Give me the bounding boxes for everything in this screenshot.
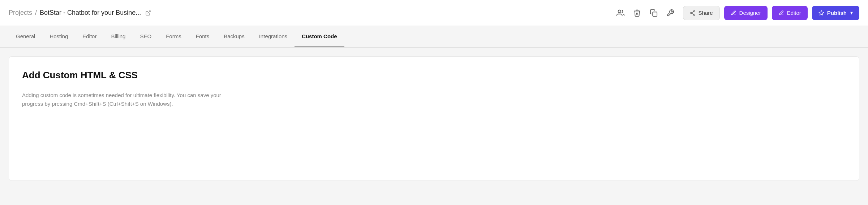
tab-seo[interactable]: SEO	[133, 26, 159, 47]
svg-point-4	[691, 12, 692, 14]
external-link-icon[interactable]	[145, 10, 151, 16]
tab-billing[interactable]: Billing	[104, 26, 133, 47]
share-button[interactable]: Share	[683, 6, 720, 20]
card-title: Add Custom HTML & CSS	[22, 70, 846, 81]
share-label: Share	[699, 10, 713, 16]
designer-button[interactable]: Designer	[724, 6, 768, 20]
duplicate-icon[interactable]	[648, 8, 659, 18]
tab-custom-code[interactable]: Custom Code	[295, 26, 344, 47]
settings-icon[interactable]	[665, 8, 676, 18]
designer-label: Designer	[739, 10, 761, 16]
header-action-icons	[615, 8, 676, 18]
svg-line-6	[692, 13, 693, 14]
publish-caret-icon: ▾	[850, 10, 853, 16]
tab-general[interactable]: General	[9, 26, 42, 47]
card-description: Adding custom code is sometimes needed f…	[22, 91, 239, 108]
tab-backups[interactable]: Backups	[216, 26, 252, 47]
tab-forms[interactable]: Forms	[159, 26, 189, 47]
breadcrumb-separator: /	[35, 9, 37, 17]
breadcrumb-projects[interactable]: Projects	[9, 9, 32, 17]
main-content: Add Custom HTML & CSS Adding custom code…	[0, 48, 868, 204]
tab-hosting[interactable]: Hosting	[42, 26, 75, 47]
svg-marker-8	[819, 10, 824, 15]
svg-line-7	[692, 12, 693, 13]
svg-rect-2	[653, 12, 657, 16]
top-header: Projects / BotStar - Chatbot for your Bu…	[0, 0, 868, 26]
custom-code-card: Add Custom HTML & CSS Adding custom code…	[9, 56, 859, 181]
publish-label: Publish	[827, 10, 847, 16]
svg-point-1	[618, 10, 620, 12]
delete-icon[interactable]	[632, 8, 643, 18]
svg-line-0	[148, 11, 150, 13]
breadcrumb: Projects / BotStar - Chatbot for your Bu…	[9, 9, 611, 17]
editor-label: Editor	[787, 10, 801, 16]
svg-point-5	[693, 14, 695, 15]
breadcrumb-current-project: BotStar - Chatbot for your Busine...	[40, 9, 141, 17]
settings-nav: General Hosting Editor Billing SEO Forms…	[0, 26, 868, 48]
collaborators-icon[interactable]	[615, 8, 626, 18]
tab-fonts[interactable]: Fonts	[189, 26, 217, 47]
publish-button[interactable]: Publish ▾	[812, 6, 859, 20]
tab-editor[interactable]: Editor	[75, 26, 104, 47]
svg-point-3	[693, 10, 695, 12]
editor-button[interactable]: Editor	[772, 6, 808, 20]
tab-integrations[interactable]: Integrations	[252, 26, 295, 47]
